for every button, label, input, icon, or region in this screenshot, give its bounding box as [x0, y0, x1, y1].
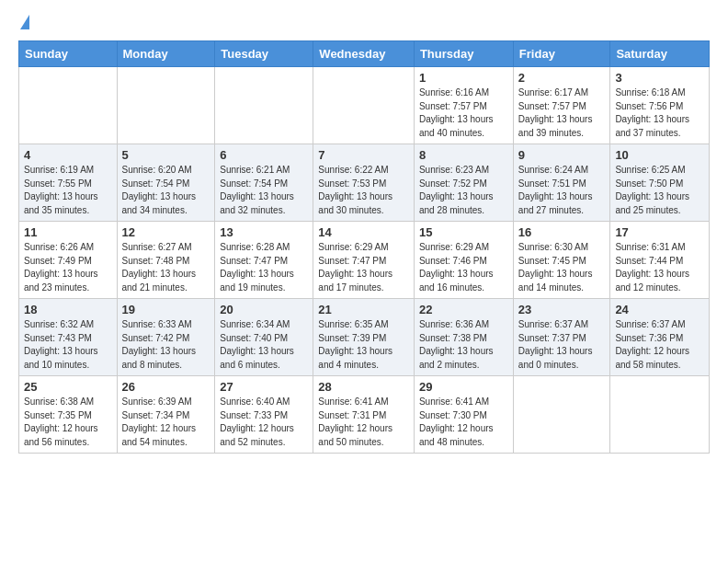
day-number: 28: [318, 380, 409, 394]
day-info: Sunrise: 6:25 AM Sunset: 7:50 PM Dayligh…: [615, 164, 704, 217]
day-number: 24: [615, 303, 704, 316]
day-number: 25: [24, 380, 112, 394]
day-info: Sunrise: 6:27 AM Sunset: 7:48 PM Dayligh…: [122, 241, 210, 294]
calendar-cell: [215, 67, 313, 144]
day-number: 18: [24, 303, 112, 316]
day-number: 4: [24, 148, 112, 162]
weekday-header-friday: Friday: [513, 41, 610, 67]
calendar-cell: [19, 67, 118, 144]
calendar-cell: 3Sunrise: 6:18 AM Sunset: 7:56 PM Daylig…: [610, 67, 710, 144]
calendar-cell: 16Sunrise: 6:30 AM Sunset: 7:45 PM Dayli…: [513, 222, 610, 299]
day-info: Sunrise: 6:18 AM Sunset: 7:56 PM Dayligh…: [615, 86, 704, 140]
day-number: 8: [419, 148, 508, 162]
calendar-cell: 2Sunrise: 6:17 AM Sunset: 7:57 PM Daylig…: [513, 67, 610, 144]
day-info: Sunrise: 6:19 AM Sunset: 7:55 PM Dayligh…: [24, 164, 112, 217]
calendar-cell: [313, 67, 415, 144]
day-info: Sunrise: 6:24 AM Sunset: 7:51 PM Dayligh…: [518, 164, 606, 217]
day-info: Sunrise: 6:41 AM Sunset: 7:31 PM Dayligh…: [318, 396, 409, 449]
day-number: 22: [419, 303, 508, 316]
day-number: 7: [318, 148, 409, 162]
weekday-header-wednesday: Wednesday: [313, 41, 415, 67]
calendar-cell: 27Sunrise: 6:40 AM Sunset: 7:33 PM Dayli…: [215, 376, 313, 454]
page: SundayMondayTuesdayWednesdayThursdayFrid…: [0, 0, 728, 563]
day-info: Sunrise: 6:37 AM Sunset: 7:37 PM Dayligh…: [518, 318, 606, 372]
calendar-cell: 11Sunrise: 6:26 AM Sunset: 7:49 PM Dayli…: [19, 222, 118, 299]
day-number: 9: [518, 148, 606, 162]
day-number: 5: [122, 148, 210, 162]
calendar-cell: 23Sunrise: 6:37 AM Sunset: 7:37 PM Dayli…: [513, 299, 610, 376]
calendar-cell: 28Sunrise: 6:41 AM Sunset: 7:31 PM Dayli…: [313, 376, 415, 454]
calendar-cell: [610, 376, 710, 454]
day-number: 14: [318, 225, 409, 239]
calendar-table: SundayMondayTuesdayWednesdayThursdayFrid…: [18, 40, 710, 454]
day-info: Sunrise: 6:37 AM Sunset: 7:36 PM Dayligh…: [615, 318, 704, 372]
day-number: 20: [220, 303, 308, 316]
day-info: Sunrise: 6:22 AM Sunset: 7:53 PM Dayligh…: [318, 164, 409, 217]
day-info: Sunrise: 6:30 AM Sunset: 7:45 PM Dayligh…: [518, 241, 606, 294]
calendar-cell: [513, 376, 610, 454]
calendar-cell: 6Sunrise: 6:21 AM Sunset: 7:54 PM Daylig…: [215, 144, 313, 222]
day-info: Sunrise: 6:39 AM Sunset: 7:34 PM Dayligh…: [122, 396, 210, 449]
calendar-cell: 9Sunrise: 6:24 AM Sunset: 7:51 PM Daylig…: [513, 144, 610, 222]
day-info: Sunrise: 6:36 AM Sunset: 7:38 PM Dayligh…: [419, 318, 508, 372]
calendar-cell: 7Sunrise: 6:22 AM Sunset: 7:53 PM Daylig…: [313, 144, 415, 222]
day-number: 3: [615, 71, 704, 85]
day-info: Sunrise: 6:17 AM Sunset: 7:57 PM Dayligh…: [518, 86, 606, 140]
weekday-header-saturday: Saturday: [610, 41, 710, 67]
weekday-header-tuesday: Tuesday: [215, 41, 313, 67]
week-row-1: 1Sunrise: 6:16 AM Sunset: 7:57 PM Daylig…: [19, 67, 710, 144]
day-info: Sunrise: 6:40 AM Sunset: 7:33 PM Dayligh…: [220, 396, 308, 449]
header: [18, 15, 710, 33]
calendar-cell: 19Sunrise: 6:33 AM Sunset: 7:42 PM Dayli…: [117, 299, 215, 376]
day-info: Sunrise: 6:28 AM Sunset: 7:47 PM Dayligh…: [220, 241, 308, 294]
day-info: Sunrise: 6:35 AM Sunset: 7:39 PM Dayligh…: [318, 318, 409, 372]
weekday-header-sunday: Sunday: [19, 41, 118, 67]
day-info: Sunrise: 6:21 AM Sunset: 7:54 PM Dayligh…: [220, 164, 308, 217]
calendar-cell: 29Sunrise: 6:41 AM Sunset: 7:30 PM Dayli…: [414, 376, 513, 454]
calendar-cell: 4Sunrise: 6:19 AM Sunset: 7:55 PM Daylig…: [19, 144, 118, 222]
day-info: Sunrise: 6:29 AM Sunset: 7:47 PM Dayligh…: [318, 241, 409, 294]
calendar-cell: 8Sunrise: 6:23 AM Sunset: 7:52 PM Daylig…: [414, 144, 513, 222]
week-row-3: 11Sunrise: 6:26 AM Sunset: 7:49 PM Dayli…: [19, 222, 710, 299]
day-number: 13: [220, 225, 308, 239]
day-info: Sunrise: 6:34 AM Sunset: 7:40 PM Dayligh…: [220, 318, 308, 372]
day-number: 29: [419, 380, 508, 394]
calendar-cell: 20Sunrise: 6:34 AM Sunset: 7:40 PM Dayli…: [215, 299, 313, 376]
day-info: Sunrise: 6:26 AM Sunset: 7:49 PM Dayligh…: [24, 241, 112, 294]
day-info: Sunrise: 6:16 AM Sunset: 7:57 PM Dayligh…: [419, 86, 508, 140]
day-number: 15: [419, 225, 508, 239]
day-number: 23: [518, 303, 606, 316]
calendar-cell: 10Sunrise: 6:25 AM Sunset: 7:50 PM Dayli…: [610, 144, 710, 222]
day-number: 16: [518, 225, 606, 239]
calendar-cell: 15Sunrise: 6:29 AM Sunset: 7:46 PM Dayli…: [414, 222, 513, 299]
weekday-header-thursday: Thursday: [414, 41, 513, 67]
day-number: 10: [615, 148, 704, 162]
logo-triangle-icon: [20, 15, 29, 29]
calendar-cell: 26Sunrise: 6:39 AM Sunset: 7:34 PM Dayli…: [117, 376, 215, 454]
calendar-cell: 24Sunrise: 6:37 AM Sunset: 7:36 PM Dayli…: [610, 299, 710, 376]
day-number: 26: [122, 380, 210, 394]
day-number: 17: [615, 225, 704, 239]
day-info: Sunrise: 6:41 AM Sunset: 7:30 PM Dayligh…: [419, 396, 508, 449]
day-info: Sunrise: 6:31 AM Sunset: 7:44 PM Dayligh…: [615, 241, 704, 294]
day-number: 12: [122, 225, 210, 239]
day-info: Sunrise: 6:23 AM Sunset: 7:52 PM Dayligh…: [419, 164, 508, 217]
day-info: Sunrise: 6:20 AM Sunset: 7:54 PM Dayligh…: [122, 164, 210, 217]
week-row-4: 18Sunrise: 6:32 AM Sunset: 7:43 PM Dayli…: [19, 299, 710, 376]
calendar-cell: 21Sunrise: 6:35 AM Sunset: 7:39 PM Dayli…: [313, 299, 415, 376]
weekday-header-monday: Monday: [117, 41, 215, 67]
week-row-2: 4Sunrise: 6:19 AM Sunset: 7:55 PM Daylig…: [19, 144, 710, 222]
calendar-cell: 13Sunrise: 6:28 AM Sunset: 7:47 PM Dayli…: [215, 222, 313, 299]
calendar-cell: 17Sunrise: 6:31 AM Sunset: 7:44 PM Dayli…: [610, 222, 710, 299]
day-number: 6: [220, 148, 308, 162]
day-number: 21: [318, 303, 409, 316]
day-number: 2: [518, 71, 606, 85]
day-info: Sunrise: 6:38 AM Sunset: 7:35 PM Dayligh…: [24, 396, 112, 449]
calendar-cell: 25Sunrise: 6:38 AM Sunset: 7:35 PM Dayli…: [19, 376, 118, 454]
day-info: Sunrise: 6:32 AM Sunset: 7:43 PM Dayligh…: [24, 318, 112, 372]
calendar-cell: 22Sunrise: 6:36 AM Sunset: 7:38 PM Dayli…: [414, 299, 513, 376]
day-number: 19: [122, 303, 210, 316]
calendar-cell: 1Sunrise: 6:16 AM Sunset: 7:57 PM Daylig…: [414, 67, 513, 144]
weekday-header-row: SundayMondayTuesdayWednesdayThursdayFrid…: [19, 41, 710, 67]
calendar-cell: 18Sunrise: 6:32 AM Sunset: 7:43 PM Dayli…: [19, 299, 118, 376]
